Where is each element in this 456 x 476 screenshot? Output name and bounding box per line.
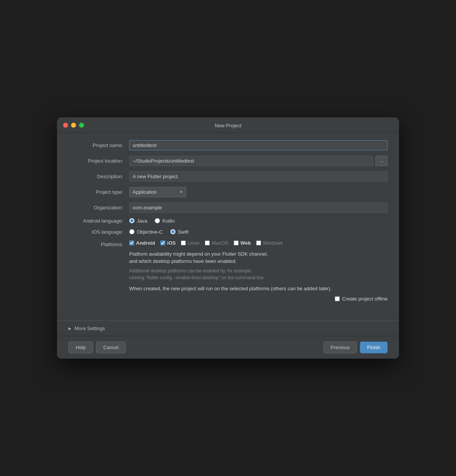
minimize-button[interactable] [71, 123, 76, 128]
windows-checkbox[interactable] [256, 240, 261, 245]
project-name-input[interactable] [129, 140, 388, 150]
project-location-input[interactable] [129, 156, 373, 166]
android-kotlin-text: Kotlin [162, 218, 175, 224]
project-name-label: Project name: [68, 142, 129, 148]
cancel-button[interactable]: Cancel [96, 342, 126, 353]
create-offline-text: Create project offline [342, 296, 388, 302]
web-platform-text: Web [241, 240, 251, 246]
project-type-label: Project type: [68, 189, 129, 195]
footer-left: Help Cancel [68, 342, 126, 353]
ios-swift-radio[interactable] [170, 229, 176, 234]
browse-button[interactable]: ... [375, 156, 388, 166]
description-row: Description: [68, 171, 388, 182]
create-offline-label[interactable]: Create project offline [335, 296, 388, 302]
android-kotlin-radio[interactable] [155, 218, 160, 223]
description-label: Description: [68, 174, 129, 179]
create-offline-checkbox[interactable] [335, 296, 340, 301]
android-platform-label[interactable]: Android [129, 240, 155, 246]
ios-objc-label[interactable]: Objective-C [129, 229, 163, 235]
organization-label: Organization: [68, 205, 129, 210]
ios-language-label: iOS language: [68, 229, 129, 235]
macos-checkbox[interactable] [205, 240, 210, 245]
traffic-lights [63, 123, 84, 128]
organization-row: Organization: [68, 202, 388, 213]
project-name-row: Project name: [68, 140, 388, 150]
expand-triangle-icon: ▶ [68, 326, 71, 331]
web-platform-label[interactable]: Web [234, 240, 251, 246]
android-java-radio[interactable] [129, 218, 135, 223]
footer-right: Previous Finish [323, 342, 388, 353]
android-kotlin-label[interactable]: Kotlin [155, 218, 175, 224]
web-checkbox[interactable] [234, 240, 239, 245]
maximize-button[interactable] [79, 123, 84, 128]
android-platform-text: Android [136, 240, 155, 246]
project-type-wrapper: Application Plugin Package Module ▼ [129, 187, 186, 197]
android-java-text: Java [137, 218, 147, 224]
location-wrapper: ... [129, 156, 388, 166]
platforms-section: Android iOS Linux MacOS [129, 240, 388, 308]
help-button[interactable]: Help [68, 342, 93, 353]
linux-checkbox[interactable] [181, 240, 186, 245]
new-project-dialog: New Project Project name: Project locati… [57, 117, 399, 359]
linux-platform-label[interactable]: Linux [181, 240, 200, 246]
footer: Help Cancel Previous Finish [57, 336, 399, 359]
macos-platform-label[interactable]: MacOS [205, 240, 228, 246]
linux-platform-text: Linux [188, 240, 200, 246]
android-checkbox[interactable] [129, 240, 134, 245]
more-settings-section[interactable]: ▶ More Settings [57, 321, 399, 336]
description-input[interactable] [129, 171, 388, 182]
project-location-row: Project location: ... [68, 156, 388, 166]
previous-button[interactable]: Previous [323, 342, 357, 353]
ios-swift-text: Swift [178, 229, 188, 235]
project-type-row: Project type: Application Plugin Package… [68, 187, 388, 197]
android-language-label: Android language: [68, 218, 129, 224]
ios-platform-text: iOS [167, 240, 176, 246]
ios-objc-text: Objective-C [137, 229, 163, 235]
platforms-row: Platforms: Android iOS Linux [68, 240, 388, 308]
window-title: New Project [215, 123, 241, 128]
ios-checkbox[interactable] [160, 240, 165, 245]
android-language-group: Java Kotlin [129, 218, 388, 224]
organization-input[interactable] [129, 202, 388, 213]
ios-platform-label[interactable]: iOS [160, 240, 176, 246]
macos-platform-text: MacOS [212, 240, 228, 246]
project-type-select[interactable]: Application Plugin Package Module [129, 187, 186, 197]
project-location-label: Project location: [68, 158, 129, 164]
android-java-label[interactable]: Java [129, 218, 147, 224]
windows-platform-label[interactable]: Windows [256, 240, 283, 246]
close-button[interactable] [63, 123, 68, 128]
ios-language-row: iOS language: Objective-C Swift [68, 229, 388, 235]
platforms-checkboxes: Android iOS Linux MacOS [129, 240, 388, 246]
platform-info-note: When created, the new project will run o… [129, 285, 388, 293]
windows-platform-text: Windows [263, 240, 283, 246]
ios-language-group: Objective-C Swift [129, 229, 388, 235]
platform-info-sub: Additional desktop platforms can be enab… [129, 267, 388, 281]
form-content: Project name: Project location: ... Desc… [57, 133, 399, 321]
android-language-row: Android language: Java Kotlin [68, 218, 388, 224]
ios-objc-radio[interactable] [129, 229, 135, 234]
more-settings-label: More Settings [74, 326, 105, 331]
platforms-label: Platforms: [68, 240, 129, 247]
ios-swift-label[interactable]: Swift [170, 229, 188, 235]
titlebar: New Project [57, 117, 399, 133]
platform-info-text: Platform availability might depend on yo… [129, 250, 388, 265]
finish-button[interactable]: Finish [360, 342, 388, 353]
offline-row: Create project offline [129, 296, 388, 302]
